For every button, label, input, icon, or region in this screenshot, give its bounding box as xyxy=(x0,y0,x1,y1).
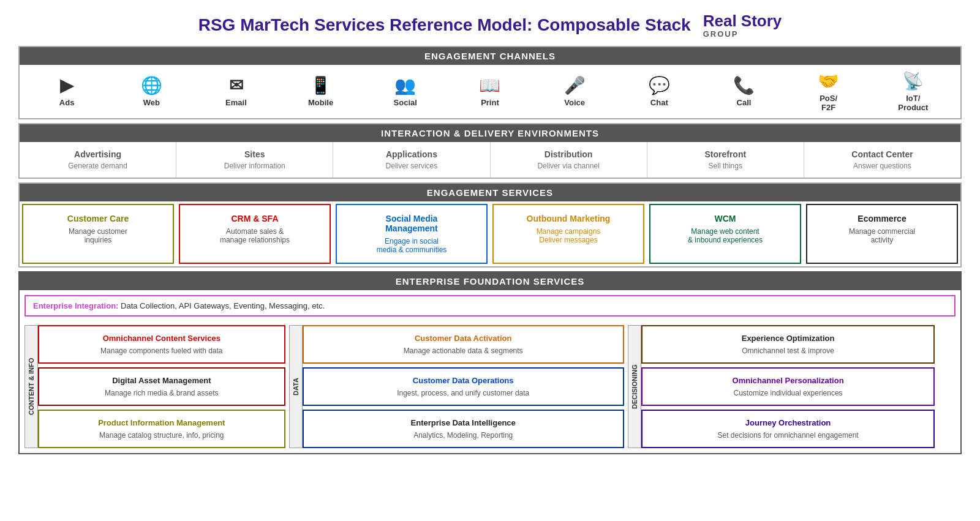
channel-label: IoT/ Product xyxy=(898,94,928,112)
interaction-title: Advertising xyxy=(26,149,170,159)
interaction-cell: Applications Deliver services xyxy=(333,142,490,178)
service-title: Outbound Marketing xyxy=(500,214,637,223)
channel-label: Web xyxy=(143,98,160,107)
service-subtitle: Engage in social media & communities xyxy=(343,237,480,254)
interaction-subtitle: Answer questions xyxy=(810,162,954,170)
interaction-title: Storefront xyxy=(654,149,797,159)
card-subtitle: Omnichannel test & improve xyxy=(649,347,928,355)
channel-item: ✉ Email xyxy=(208,75,263,107)
interaction-header: INTERACTION & DELIVERY ENVIRONMENTS xyxy=(20,124,960,142)
channel-icon: ▶ xyxy=(60,75,74,96)
card-title: Journey Orchestration xyxy=(649,418,928,427)
service-subtitle: Automate sales & manage relationships xyxy=(186,227,323,244)
channel-icon: 🎤 xyxy=(564,75,586,96)
enterprise-foundation-section: ENTERPRISE FOUNDATION SERVICES Enterpris… xyxy=(18,271,962,454)
channel-item: 📡 IoT/ Product xyxy=(886,71,941,112)
decisioning-cards-inner: Experience Optimization Omnichannel test… xyxy=(641,325,935,448)
card-subtitle: Manage rich media & brand assets xyxy=(45,389,278,397)
card-title: Product Information Management xyxy=(45,418,278,427)
channel-item: 📞 Call xyxy=(716,75,771,107)
page-title: RSG MarTech Services Reference Model: Co… xyxy=(18,12,962,39)
interaction-subtitle: Deliver information xyxy=(183,162,326,170)
interaction-cell: Advertising Generate demand xyxy=(20,142,176,178)
channel-icon: 👥 xyxy=(394,75,416,96)
card-title: Customer Data Operations xyxy=(310,376,617,385)
interaction-subtitle: Deliver via channel xyxy=(497,162,641,170)
engagement-channels-header: ENGAGEMENT CHANNELS xyxy=(20,47,960,65)
bottom-card: Customer Data Activation Manage actionab… xyxy=(303,325,624,364)
interaction-cell: Storefront Sell things xyxy=(647,142,804,178)
channel-item: 🎤 Voice xyxy=(547,75,602,107)
service-cell: Customer Care Manage customer inquiries xyxy=(22,204,174,264)
channel-label: Email xyxy=(225,98,247,107)
interaction-row: Advertising Generate demand Sites Delive… xyxy=(20,142,960,178)
channel-label: Social xyxy=(394,98,417,107)
bottom-card: Enterprise Data Intelligence Analytics, … xyxy=(303,410,624,448)
interaction-cell: Contact Center Answer questions xyxy=(804,142,960,178)
service-title: CRM & SFA xyxy=(186,214,323,223)
service-title: Customer Care xyxy=(29,214,167,223)
channel-icon: 🌐 xyxy=(141,75,162,96)
channel-label: Print xyxy=(481,98,499,107)
engagement-channels-section: ENGAGEMENT CHANNELS ▶ Ads 🌐 Web ✉ Email … xyxy=(18,46,962,119)
service-cell: CRM & SFA Automate sales & manage relati… xyxy=(179,204,331,264)
decisioning-column: DECISIONING Experience Optimization Omni… xyxy=(628,325,935,448)
bottom-card: Digital Asset Management Manage rich med… xyxy=(38,367,285,406)
logo: Real Story GROUP xyxy=(703,12,782,39)
channel-icon: ✉ xyxy=(229,75,243,96)
card-subtitle: Ingest, process, and unify customer data xyxy=(310,389,617,397)
integration-text: Data Collection, API Gateways, Eventing,… xyxy=(121,301,325,310)
service-subtitle: Manage web content & inbound experiences xyxy=(657,227,794,244)
channel-label: Chat xyxy=(650,98,668,107)
interaction-title: Distribution xyxy=(497,149,641,159)
interaction-title: Sites xyxy=(183,149,326,159)
interaction-subtitle: Sell things xyxy=(654,162,797,170)
engagement-services-section: ENGAGEMENT SERVICES Customer Care Manage… xyxy=(18,182,962,268)
service-cell: Social Media Management Engage in social… xyxy=(336,204,488,264)
service-cell: WCM Manage web content & inbound experie… xyxy=(649,204,801,264)
channel-icon: 📖 xyxy=(479,75,500,96)
interaction-cell: Sites Deliver information xyxy=(176,142,333,178)
bottom-card: Product Information Management Manage ca… xyxy=(38,410,285,448)
enterprise-integration-bar: Enterprise Integration: Data Collection,… xyxy=(24,295,956,317)
card-title: Customer Data Activation xyxy=(310,334,617,343)
channel-item: ▶ Ads xyxy=(39,75,94,107)
channel-icon: 📡 xyxy=(902,71,924,91)
interaction-title: Applications xyxy=(339,149,483,159)
card-title: Experience Optimization xyxy=(649,334,928,343)
page-wrapper: RSG MarTech Services Reference Model: Co… xyxy=(18,12,962,454)
channel-item: 💬 Chat xyxy=(631,75,687,107)
content-info-column: CONTENT & INFO Omnichannel Content Servi… xyxy=(24,325,285,448)
bottom-card: Omnichannel Personalization Customize in… xyxy=(641,367,935,406)
card-title: Digital Asset Management xyxy=(45,376,278,385)
bottom-card: Omnichannel Content Services Manage comp… xyxy=(38,325,285,364)
content-info-label: CONTENT & INFO xyxy=(24,325,38,448)
service-cell: Ecommerce Manage commercial activity xyxy=(806,204,958,264)
bottom-card: Customer Data Operations Ingest, process… xyxy=(303,367,624,406)
card-title: Enterprise Data Intelligence xyxy=(310,418,617,427)
channel-icon: 🤝 xyxy=(818,71,839,91)
channel-label: Call xyxy=(737,98,752,107)
channel-item: 🌐 Web xyxy=(124,75,179,107)
service-subtitle: Manage customer inquiries xyxy=(29,227,167,244)
channel-label: Voice xyxy=(564,98,585,107)
card-title: Omnichannel Content Services xyxy=(45,334,278,343)
data-label: DATA xyxy=(289,325,303,448)
interaction-title: Contact Center xyxy=(810,149,954,159)
card-title: Omnichannel Personalization xyxy=(649,376,928,385)
channel-label: PoS/ F2F xyxy=(820,94,837,112)
decisioning-label: DECISIONING xyxy=(628,325,641,448)
channel-icon: 📞 xyxy=(733,75,755,96)
card-subtitle: Analytics, Modeling, Reporting xyxy=(310,431,617,440)
card-subtitle: Manage components fueled with data xyxy=(45,347,278,355)
service-subtitle: Manage campaigns Deliver messages xyxy=(500,227,637,244)
content-cards-inner: Omnichannel Content Services Manage comp… xyxy=(38,325,285,448)
interaction-cell: Distribution Deliver via channel xyxy=(491,142,647,178)
interaction-section: INTERACTION & DELIVERY ENVIRONMENTS Adve… xyxy=(18,123,962,179)
service-title: Ecommerce xyxy=(813,214,951,223)
channel-item: 🤝 PoS/ F2F xyxy=(801,71,856,112)
card-subtitle: Manage actionable data & segments xyxy=(310,347,617,355)
service-subtitle: Manage commercial activity xyxy=(813,227,951,244)
channels-row: ▶ Ads 🌐 Web ✉ Email 📱 Mobile 👥 Social 📖 … xyxy=(20,65,960,118)
interaction-subtitle: Generate demand xyxy=(26,162,170,170)
